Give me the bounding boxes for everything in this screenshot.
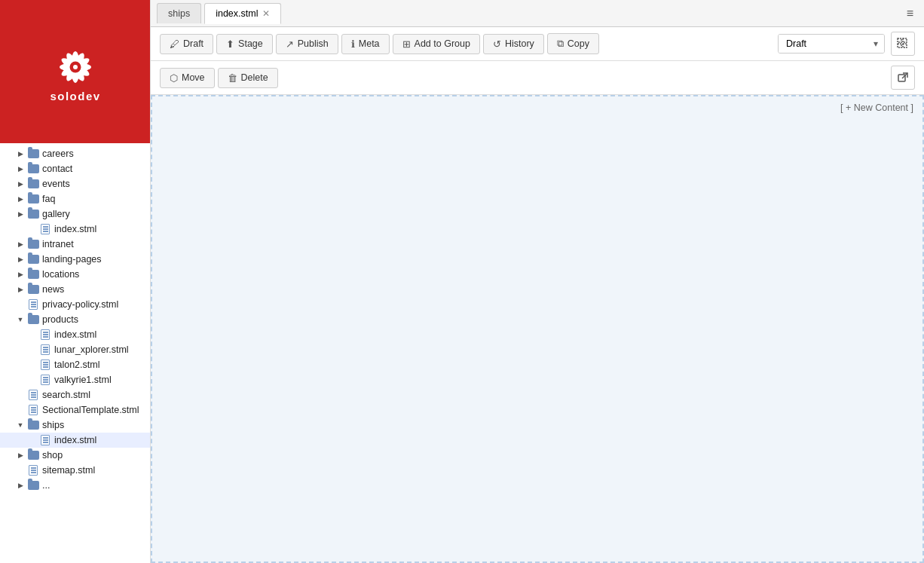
toggle-events[interactable]: ▶ [15,179,26,189]
main-area: ships index.stml ✕ ≡ 🖊 Draft ⬆ Stage ↗ P… [151,0,924,563]
stage-label: Stage [238,38,263,49]
publish-label: Publish [298,38,329,49]
folder-icon-products [27,314,39,326]
toggle-news[interactable]: ▶ [15,284,26,295]
tree-item-events[interactable]: ▶ events [0,176,150,191]
toggle-shop[interactable]: ▶ [15,450,26,460]
grid-view-button[interactable] [891,32,915,56]
toggle-contact[interactable]: ▶ [15,164,26,174]
meta-button[interactable]: ℹ Meta [341,34,390,54]
tree-label-products: products [42,314,78,325]
tree-label-lunar-xplorer: lunar_xplorer.stml [54,344,129,355]
history-label: History [505,38,534,49]
draft-button[interactable]: 🖊 Draft [160,34,213,54]
content-area: [ + New Content ] [151,95,924,563]
toggle-intranet[interactable]: ▶ [15,239,26,249]
tree-item-lunar-xplorer[interactable]: lunar_xplorer.stml [0,342,150,357]
svg-rect-10 [898,38,901,42]
meta-icon: ℹ [351,38,355,50]
tree-item-careers[interactable]: ▶ careers [0,146,150,161]
copy-icon: ⧉ [557,38,564,50]
tree-item-contact[interactable]: ▶ contact [0,161,150,176]
tree-label-products-index: index.stml [54,329,96,340]
folder-icon-gallery [27,208,39,220]
folder-icon-events [27,178,39,190]
tree-item-faq[interactable]: ▶ faq [0,191,150,207]
tree-label-gallery-index: index.stml [54,224,96,234]
toggle-ships[interactable]: ▼ [15,420,26,430]
history-button[interactable]: ↺ History [483,34,544,54]
tabs-right: ≡ [902,5,918,22]
tree-item-landing-pages[interactable]: ▶ landing-pages [0,252,150,267]
tree-item-sectional-template[interactable]: SectionalTemplate.stml [0,402,150,418]
draft-label: Draft [183,38,203,49]
tree-item-intranet[interactable]: ▶ intranet [0,237,150,252]
tab-ships-label: ships [168,8,190,19]
tree-label-privacy-policy: privacy-policy.stml [42,299,118,310]
tree-item-news[interactable]: ▶ news [0,282,150,297]
publish-button[interactable]: ↗ Publish [276,34,338,54]
add-to-group-icon: ⊞ [402,38,411,50]
tree-item-talon2[interactable]: talon2.stml [0,357,150,372]
folder-icon-locations [27,268,39,280]
draft-status-select[interactable]: Draft Stage Live [779,35,884,53]
draft-icon: 🖊 [170,38,179,50]
meta-label: Meta [359,38,380,49]
folder-icon-careers [27,148,39,160]
tree-label-ships: ships [42,420,64,430]
toolbar-row2: ⬡ Move 🗑 Delete [151,61,924,95]
tree-item-products-index[interactable]: index.stml [0,327,150,342]
open-link-button[interactable] [891,66,915,90]
tree-item-products[interactable]: ▼ products [0,312,150,327]
tree-item-search[interactable]: search.stml [0,387,150,402]
tab-ships[interactable]: ships [157,3,201,23]
sidebar: solodev ▶ careers ▶ contact ▶ events ▶ f… [0,0,151,563]
toggle-careers[interactable]: ▶ [15,148,26,159]
toggle-faq[interactable]: ▶ [15,194,26,204]
tree-item-more[interactable]: ▶ ... [0,478,150,493]
file-icon-search [27,389,39,401]
folder-icon-landing-pages [27,253,39,265]
toggle-gallery-index [27,224,38,234]
toggle-locations[interactable]: ▶ [15,269,26,280]
file-icon-sectional-template [27,404,39,416]
delete-icon: 🗑 [228,72,237,84]
tree-label-landing-pages: landing-pages [42,254,102,265]
tree-item-ships[interactable]: ▼ ships [0,418,150,433]
folder-icon-ships [27,419,39,431]
delete-label: Delete [241,72,268,83]
svg-rect-12 [898,44,901,47]
move-button[interactable]: ⬡ Move [160,68,215,88]
tree-item-sitemap[interactable]: sitemap.stml [0,463,150,478]
stage-icon: ⬆ [226,38,234,50]
history-icon: ↺ [493,38,501,50]
draft-select-container: Draft Stage Live [779,35,884,53]
tree-item-shop[interactable]: ▶ shop [0,448,150,463]
tabs-menu-button[interactable]: ≡ [902,5,918,22]
toggle-landing-pages[interactable]: ▶ [15,254,26,265]
tree-item-privacy-policy[interactable]: privacy-policy.stml [0,297,150,312]
tree-label-sectional-template: SectionalTemplate.stml [42,405,139,415]
toggle-gallery[interactable]: ▶ [15,209,26,219]
tree-item-gallery[interactable]: ▶ gallery [0,207,150,222]
toolbar-right: Draft Stage Live [778,32,915,56]
external-link-icon [898,72,908,83]
file-icon-lunar-xplorer [39,344,51,356]
tree-item-gallery-index[interactable]: index.stml [0,222,150,237]
add-to-group-label: Add to Group [415,38,470,49]
tree-item-locations[interactable]: ▶ locations [0,267,150,282]
folder-icon-contact [27,163,39,175]
toggle-products[interactable]: ▼ [15,314,26,325]
toggle-more[interactable]: ▶ [15,480,26,491]
file-icon-gallery-index [39,223,51,235]
tree-item-ships-index[interactable]: index.stml [0,433,150,448]
add-to-group-button[interactable]: ⊞ Add to Group [393,34,480,54]
close-tab-icon[interactable]: ✕ [262,8,270,19]
stage-button[interactable]: ⬆ Stage [216,34,273,54]
new-content-link[interactable]: [ + New Content ] [840,103,913,113]
copy-button[interactable]: ⧉ Copy [547,33,599,54]
tree-item-valkyrie1[interactable]: valkyrie1.stml [0,372,150,387]
delete-button[interactable]: 🗑 Delete [218,68,278,88]
tab-index-stml[interactable]: index.stml ✕ [204,3,281,24]
folder-icon-shop [27,449,39,461]
